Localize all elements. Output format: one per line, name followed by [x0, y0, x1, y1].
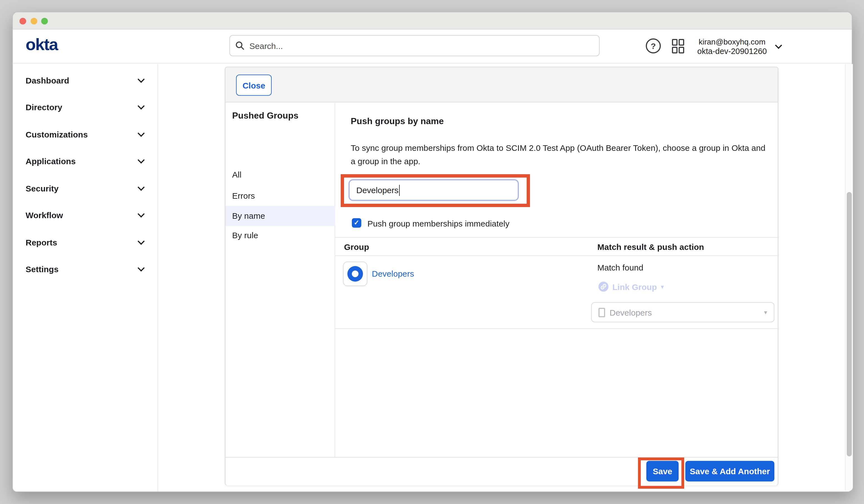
group-name-link[interactable]: Developers — [372, 269, 414, 278]
group-name-input[interactable]: Developers — [348, 179, 519, 201]
nav-item-errors[interactable]: Errors — [226, 186, 335, 206]
app-header: okta ? kiran@boxyhq.com okta-dev-2090126… — [13, 29, 852, 63]
text-cursor — [399, 184, 400, 196]
dialog-heading: Push groups by name — [351, 116, 444, 127]
chevron-down-icon — [137, 130, 144, 137]
match-status: Match found — [597, 263, 643, 272]
browser-window: okta ? kiran@boxyhq.com okta-dev-2090126… — [12, 12, 852, 492]
link-group-label: Link Group — [612, 282, 657, 291]
apps-grid-icon[interactable] — [672, 39, 686, 53]
help-icon[interactable]: ? — [646, 38, 661, 53]
chevron-down-icon[interactable] — [775, 42, 782, 49]
sidebar-nav: Dashboard Directory Customizations Appli… — [13, 64, 158, 491]
org-name: okta-dev-20901260 — [693, 47, 771, 56]
traffic-light-close-icon[interactable] — [20, 18, 26, 24]
global-search[interactable] — [229, 35, 600, 56]
column-group: Group — [344, 238, 369, 256]
linked-group-value: Developers — [610, 308, 764, 317]
sidebar-item-workflow[interactable]: Workflow — [13, 210, 158, 221]
link-icon — [598, 281, 609, 292]
nav-item-by-rule[interactable]: By rule — [226, 225, 335, 245]
account-menu[interactable]: kiran@boxyhq.com okta-dev-20901260 — [693, 33, 771, 61]
scrollbar-thumb[interactable] — [847, 192, 852, 456]
pushed-groups-nav: Pushed Groups All Errors By name By rule — [226, 103, 335, 457]
group-icon — [347, 266, 363, 281]
page-scrollbar[interactable] — [845, 64, 853, 491]
nav-item-all[interactable]: All — [226, 165, 335, 185]
row-divider — [335, 328, 779, 329]
caret-down-icon: ▾ — [661, 283, 664, 290]
screen: okta ? kiran@boxyhq.com okta-dev-2090126… — [0, 0, 864, 504]
push-immediately-checkbox[interactable]: ✓ — [352, 218, 361, 228]
chevron-down-icon — [137, 156, 144, 163]
group-icon-card — [343, 262, 368, 286]
sidebar-item-settings[interactable]: Settings — [13, 264, 158, 275]
caret-down-icon: ▾ — [764, 309, 767, 316]
group-name-value: Developers — [356, 185, 399, 195]
group-doc-icon — [598, 308, 605, 317]
chevron-down-icon — [137, 103, 144, 109]
sidebar-item-directory[interactable]: Directory — [13, 102, 158, 113]
save-button[interactable]: Save — [646, 461, 679, 481]
close-button[interactable]: Close — [236, 75, 272, 96]
link-group-button[interactable]: Link Group ▾ — [598, 281, 664, 292]
table-header: Group Match result & push action — [335, 237, 779, 256]
save-add-another-button[interactable]: Save & Add Another — [685, 461, 775, 481]
sidebar-item-dashboard[interactable]: Dashboard — [13, 75, 158, 86]
nav-item-by-name[interactable]: By name — [226, 206, 335, 226]
sidebar-item-security[interactable]: Security — [13, 183, 158, 194]
chevron-down-icon — [137, 184, 144, 191]
push-groups-dialog: Close Pushed Groups All Errors By name B… — [225, 67, 778, 485]
dialog-description: To sync group memberships from Okta to S… — [351, 141, 771, 168]
sidebar-item-reports[interactable]: Reports — [13, 237, 158, 248]
chevron-down-icon — [137, 238, 144, 244]
traffic-light-zoom-icon[interactable] — [41, 18, 48, 24]
chevron-down-icon — [137, 211, 144, 217]
push-immediately-label: Push group memberships immediately — [368, 219, 509, 228]
dialog-toolbar — [226, 67, 778, 103]
sidebar-item-applications[interactable]: Applications — [13, 156, 158, 167]
user-email: kiran@boxyhq.com — [693, 37, 771, 46]
chevron-down-icon — [137, 264, 144, 271]
search-input[interactable] — [249, 41, 593, 50]
search-icon — [236, 41, 244, 50]
window-titlebar — [13, 12, 852, 29]
sidebar-item-customizations[interactable]: Customizations — [13, 129, 158, 140]
linked-group-dropdown[interactable]: Developers ▾ — [591, 302, 775, 322]
okta-logo: okta — [26, 35, 58, 54]
column-match-result: Match result & push action — [597, 238, 704, 256]
chevron-down-icon — [137, 76, 144, 83]
traffic-light-minimize-icon[interactable] — [31, 18, 37, 24]
pushed-groups-title: Pushed Groups — [232, 111, 298, 121]
